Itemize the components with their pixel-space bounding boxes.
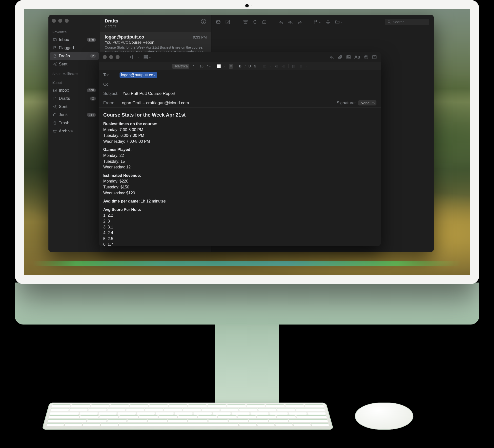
imac-stand bbox=[215, 325, 279, 404]
filter-icon[interactable] bbox=[200, 18, 207, 26]
link-preview-icon[interactable] bbox=[372, 55, 377, 60]
svg-rect-1 bbox=[53, 89, 56, 92]
desktop-screen: Favorites Inbox640FlaggedDrafts2Sent Sma… bbox=[24, 9, 470, 275]
sidebar-section-smart: Smart Mailboxes bbox=[48, 68, 100, 77]
body-line: Monday: $220 bbox=[103, 179, 376, 184]
body-line: Wednesday: 12 bbox=[103, 164, 376, 170]
cc-field[interactable]: Cc: bbox=[99, 80, 381, 89]
color-swatch[interactable] bbox=[217, 64, 221, 68]
mute-icon[interactable] bbox=[326, 20, 330, 24]
body-line: Tuesday: 15 bbox=[103, 159, 376, 164]
sidebar-item-trash[interactable]: Trash bbox=[50, 119, 99, 127]
signature-select[interactable]: None bbox=[358, 100, 376, 105]
underline-icon[interactable]: U bbox=[248, 64, 251, 68]
svg-point-17 bbox=[367, 57, 367, 57]
svg-rect-7 bbox=[244, 20, 247, 21]
format-bar[interactable]: Helvetica ⌃⌄ 16 ⌃⌄ ⌄ a B I U S ⌄ bbox=[99, 62, 381, 70]
svg-point-20 bbox=[292, 66, 293, 66]
reply-icon[interactable] bbox=[279, 20, 284, 24]
body-line: Tuesday: $150 bbox=[103, 184, 376, 190]
mail-sidebar: Favorites Inbox640FlaggedDrafts2Sent Sma… bbox=[48, 15, 100, 252]
close-icon[interactable] bbox=[52, 19, 56, 23]
attach-icon[interactable] bbox=[338, 55, 343, 60]
italic-icon[interactable]: I bbox=[245, 64, 246, 68]
send-later-icon[interactable]: ⌄ bbox=[137, 55, 140, 59]
emoji-icon[interactable] bbox=[364, 55, 369, 60]
font-size-select[interactable]: 16 bbox=[200, 64, 204, 68]
format-icon[interactable]: Aa bbox=[354, 54, 360, 60]
forward-icon[interactable] bbox=[297, 20, 302, 24]
recipient-pill[interactable]: logan@puttputt.co⌄ bbox=[120, 72, 157, 78]
align-icon[interactable] bbox=[262, 64, 266, 68]
sidebar-item-sent[interactable]: Sent bbox=[50, 103, 99, 111]
message-time: 9:33 PM bbox=[193, 35, 207, 39]
minimize-icon[interactable] bbox=[58, 19, 62, 23]
minimize-icon[interactable] bbox=[109, 55, 113, 59]
header-fields-icon[interactable]: ⌄ bbox=[143, 55, 151, 60]
body-line: Tuesday: 6:00-7:00 PM bbox=[103, 133, 376, 138]
compose-toolbar: ⌄ ⌄ Aa bbox=[99, 52, 381, 62]
body-line: 3: 3.1 bbox=[103, 224, 376, 230]
body-line: Monday: 22 bbox=[103, 153, 376, 158]
flag-icon[interactable]: ⌄ bbox=[313, 20, 321, 24]
sidebar-item-drafts[interactable]: Drafts2 bbox=[50, 52, 99, 60]
badge: 640 bbox=[87, 38, 96, 42]
svg-point-21 bbox=[292, 67, 293, 67]
window-traffic-lights[interactable] bbox=[48, 15, 100, 27]
sidebar-section-favorites: Favorites bbox=[48, 27, 100, 36]
svg-rect-12 bbox=[144, 58, 148, 59]
compose-body[interactable]: Course Stats for the Week Apr 21st Busie… bbox=[99, 108, 381, 246]
sidebar-item-flagged[interactable]: Flagged bbox=[50, 44, 99, 52]
to-field[interactable]: To: logan@puttputt.co⌄ bbox=[99, 70, 381, 80]
photo-icon[interactable] bbox=[346, 55, 351, 60]
body-line: 5: 2.5 bbox=[103, 236, 376, 242]
sidebar-item-inbox[interactable]: Inbox640 bbox=[50, 86, 99, 94]
from-field[interactable]: From: Logan Craft – craftlogan@icloud.co… bbox=[99, 98, 381, 108]
send-icon[interactable] bbox=[129, 55, 134, 60]
search-input[interactable]: Search bbox=[385, 19, 429, 25]
keyboard bbox=[42, 403, 333, 430]
badge: 2 bbox=[90, 54, 96, 58]
message-from: logan@puttputt.co bbox=[105, 35, 144, 40]
svg-point-4 bbox=[201, 19, 206, 24]
compose-icon[interactable] bbox=[225, 20, 230, 24]
bullet-list-icon[interactable] bbox=[291, 64, 295, 68]
sidebar-item-drafts[interactable]: Drafts2 bbox=[50, 95, 99, 102]
reply-all-icon[interactable] bbox=[288, 20, 293, 24]
archive-icon[interactable] bbox=[243, 20, 248, 24]
reply-indicator-icon[interactable] bbox=[329, 55, 334, 60]
envelope-icon[interactable] bbox=[216, 20, 221, 24]
move-icon[interactable]: ⌄ bbox=[335, 20, 343, 24]
svg-rect-11 bbox=[144, 57, 148, 57]
sidebar-item-archive[interactable]: Archive bbox=[50, 127, 99, 135]
strike-icon[interactable]: S bbox=[254, 64, 256, 68]
outdent-icon[interactable] bbox=[274, 64, 278, 68]
svg-point-19 bbox=[292, 65, 293, 65]
subject-field[interactable]: Subject: You Putt Putt Course Report bbox=[99, 89, 381, 98]
badge: 314 bbox=[87, 113, 96, 117]
junk-icon[interactable] bbox=[262, 20, 267, 24]
svg-point-15 bbox=[364, 55, 368, 59]
badge: 640 bbox=[87, 88, 96, 92]
svg-rect-13 bbox=[347, 55, 350, 59]
number-list-icon[interactable] bbox=[298, 64, 302, 68]
sidebar-item-inbox[interactable]: Inbox640 bbox=[50, 36, 99, 44]
bold-icon[interactable]: B bbox=[239, 64, 242, 68]
sidebar-item-junk[interactable]: Junk314 bbox=[50, 111, 99, 119]
text-style-icon[interactable]: a bbox=[229, 64, 233, 69]
sidebar-item-sent[interactable]: Sent bbox=[50, 60, 99, 68]
list-title: Drafts bbox=[105, 18, 118, 24]
svg-rect-10 bbox=[144, 55, 148, 56]
svg-point-16 bbox=[365, 57, 366, 57]
font-select[interactable]: Helvetica bbox=[172, 64, 189, 69]
trash-icon[interactable] bbox=[252, 20, 257, 24]
zoom-icon[interactable] bbox=[116, 55, 120, 59]
compose-traffic-lights[interactable] bbox=[103, 55, 120, 59]
message-subject: You Putt Putt Course Report bbox=[105, 40, 207, 45]
indent-icon[interactable] bbox=[281, 64, 285, 68]
body-line: Monday: 7:00-8:00 PM bbox=[103, 127, 376, 133]
zoom-icon[interactable] bbox=[65, 19, 69, 23]
badge: 2 bbox=[90, 97, 96, 101]
close-icon[interactable] bbox=[103, 55, 107, 59]
sidebar-section-icloud: iCloud bbox=[48, 77, 100, 86]
